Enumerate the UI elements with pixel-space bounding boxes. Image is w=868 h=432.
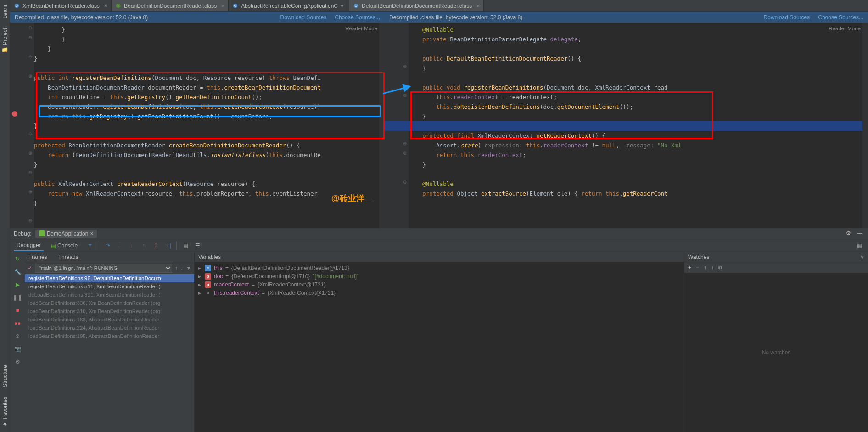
tab-label: DefaultBeanDefinitionDocumentReader.clas…: [362, 3, 472, 9]
stack-frame[interactable]: doLoadBeanDefinitions:391, XmlBeanDefini…: [25, 291, 194, 299]
variable-row[interactable]: ▸∞this.readerContext = {XmlReaderContext…: [195, 289, 684, 297]
choose-sources-link[interactable]: Choose Sources...: [335, 14, 380, 21]
frames-list[interactable]: registerBeanDefinitions:96, DefaultBeanD…: [25, 274, 194, 432]
stack-frame[interactable]: registerBeanDefinitions:511, XmlBeanDefi…: [25, 282, 194, 291]
copy-watch-icon[interactable]: ⧉: [718, 264, 722, 271]
frames-panel: FramesThreads ✓ "main"@1 in gr..."main":…: [25, 252, 195, 432]
tab-abstractrefreshable[interactable]: CAbstractRefreshableConfigApplicationC▾: [229, 0, 347, 11]
close-icon[interactable]: ×: [104, 3, 107, 9]
tab-label: BeanDefinitionDocumentReader.class: [124, 3, 217, 9]
threads-header[interactable]: Threads: [58, 254, 78, 260]
fold-icon[interactable]: ⊕: [28, 74, 33, 79]
run-config-tab[interactable]: DemoApplication ×: [35, 230, 97, 238]
debug-titlebar: Debug: DemoApplication × ⚙ —: [10, 228, 868, 239]
infobar-left: Decompiled .class file, bytecode version…: [10, 12, 385, 23]
close-icon[interactable]: ×: [221, 3, 224, 9]
step-out-icon[interactable]: ↑: [139, 241, 149, 251]
force-step-into-icon[interactable]: ↓: [127, 241, 137, 251]
decompiled-msg: Decompiled .class file, bytecode version…: [389, 14, 522, 21]
stack-frame[interactable]: loadBeanDefinitions:338, XmlBeanDefiniti…: [25, 299, 194, 307]
sidebar-favorites[interactable]: ★Favorites: [1, 392, 9, 432]
stack-frame[interactable]: loadBeanDefinitions:188, AbstractBeanDef…: [25, 315, 194, 324]
breakpoint-icon[interactable]: [12, 111, 17, 117]
chevron-down-icon[interactable]: ▾: [341, 3, 343, 9]
fold-icon[interactable]: ⊖: [28, 219, 33, 223]
variable-row[interactable]: ▸≡this = {DefaultBeanDefinitionDocumentR…: [195, 264, 684, 272]
resume-icon[interactable]: ▶: [13, 281, 22, 289]
fold-icon[interactable]: ⊕: [403, 151, 407, 156]
gutter[interactable]: ⊖ ⊖ ⊖ ⊕ ⊖ ⊕ ⊖ ⊕ ⊖: [10, 23, 34, 228]
debug-title-label: Debug:: [14, 230, 32, 237]
variable-row[interactable]: ▸preaderContext = {XmlReaderContext@1721…: [195, 281, 684, 289]
fold-icon[interactable]: ⊖: [28, 26, 33, 30]
remove-watch-icon[interactable]: −: [696, 264, 699, 271]
stack-frame[interactable]: loadBeanDefinitions:224, AbstractBeanDef…: [25, 324, 194, 332]
rerun-icon[interactable]: ↻: [13, 255, 22, 263]
variables-header: Variables: [198, 254, 221, 260]
code-content-left[interactable]: } } } } public int registerBeanDefinitio…: [34, 25, 377, 228]
fold-icon[interactable]: ⊖: [403, 64, 407, 69]
close-icon[interactable]: ×: [476, 3, 480, 9]
fold-icon[interactable]: ⊕: [28, 190, 33, 194]
run-to-cursor-icon[interactable]: →|: [162, 241, 173, 251]
dump-icon[interactable]: 📷: [13, 345, 22, 353]
editor-left[interactable]: Reader Mode ⊖ ⊖ ⊖ ⊕ ⊖ ⊕ ⊖ ⊕ ⊖ } } } } pu…: [10, 23, 385, 228]
fold-icon[interactable]: ⊖: [28, 55, 33, 59]
fold-icon[interactable]: ⊖: [403, 141, 407, 146]
pause-icon[interactable]: ❚❚: [13, 293, 22, 302]
stack-frame[interactable]: loadBeanDefinitions:195, AbstractBeanDef…: [25, 332, 194, 340]
var-icon: ∞: [205, 290, 211, 296]
fold-icon[interactable]: ⊖: [28, 35, 33, 40]
up-icon[interactable]: ↑: [704, 264, 706, 271]
download-sources-link[interactable]: Download Sources: [764, 14, 810, 21]
add-watch-icon[interactable]: +: [688, 264, 691, 271]
debugger-tab[interactable]: Debugger: [14, 240, 44, 251]
variables-list[interactable]: ▸≡this = {DefaultBeanDefinitionDocumentR…: [195, 262, 684, 432]
thread-select[interactable]: "main"@1 in gr..."main": RUNNING: [35, 264, 172, 273]
fold-icon[interactable]: ⊖: [28, 170, 33, 175]
layout-icon[interactable]: ▦: [854, 241, 864, 251]
gear-icon[interactable]: ⚙: [846, 230, 853, 237]
download-sources-link[interactable]: Download Sources: [280, 14, 327, 21]
chevron-down-icon[interactable]: ∨: [860, 254, 864, 260]
var-icon: p: [205, 281, 211, 288]
close-icon[interactable]: ×: [90, 230, 93, 237]
choose-sources-link[interactable]: Choose Sources...: [818, 14, 863, 21]
sidebar-project[interactable]: 📁Project: [1, 23, 9, 58]
step-into-icon[interactable]: ↓: [115, 241, 125, 251]
stop-icon[interactable]: ■: [13, 306, 22, 314]
tab-defaultbeandefdocreader[interactable]: CDefaultBeanDefinitionDocumentReader.cla…: [349, 0, 484, 11]
fold-icon[interactable]: ⊖: [28, 132, 33, 136]
watches-header: Watches: [688, 254, 709, 260]
code-content-right[interactable]: @Nullable private BeanDefinitionParserDe…: [409, 25, 861, 228]
tab-beandefdocreader[interactable]: IBeanDefinitionDocumentReader.class×: [112, 0, 229, 11]
sidebar-structure[interactable]: Structure: [1, 360, 9, 392]
step-over-icon[interactable]: ↷: [103, 241, 113, 251]
minimize-icon[interactable]: —: [857, 230, 864, 237]
stack-frame[interactable]: loadBeanDefinitions:310, XmlBeanDefiniti…: [25, 307, 194, 315]
scrollbar[interactable]: [379, 23, 385, 228]
tab-xmlbeandefreader[interactable]: CXmlBeanDefinitionReader.class×: [10, 0, 112, 11]
fold-icon[interactable]: ⊖: [403, 180, 407, 185]
console-tab[interactable]: ▤ Console: [48, 241, 80, 251]
filter-icon[interactable]: ▼: [186, 265, 191, 271]
threads-icon[interactable]: ≡: [85, 241, 95, 251]
trace-icon[interactable]: ☰: [192, 241, 202, 251]
modify-icon[interactable]: 🔧: [13, 268, 22, 276]
settings-icon[interactable]: ⚙: [13, 358, 22, 366]
editor-right[interactable]: Reader Mode ⊖ ⊕ ⊖ ⊕ ⊖ @Nullable private …: [385, 23, 868, 228]
debug-toolwindow: Debug: DemoApplication × ⚙ — Debugger ▤ …: [10, 228, 868, 432]
mute-bp-icon[interactable]: ⊘: [13, 332, 22, 340]
sidebar-learn[interactable]: Learn: [1, 0, 9, 23]
drop-frame-icon[interactable]: ⤴: [151, 241, 161, 251]
fold-icon[interactable]: ⊕: [403, 93, 407, 98]
evaluate-icon[interactable]: ▦: [180, 241, 190, 251]
breakpoints-icon[interactable]: ●●: [13, 319, 22, 327]
prev-frame-icon[interactable]: ↑: [175, 265, 178, 271]
next-frame-icon[interactable]: ↓: [180, 265, 183, 271]
stack-frame[interactable]: registerBeanDefinitions:96, DefaultBeanD…: [25, 274, 194, 282]
scrollbar[interactable]: [862, 23, 868, 228]
fold-icon[interactable]: ⊕: [28, 151, 33, 156]
variable-row[interactable]: ▸pdoc = {DeferredDocumentImpl@1710} "[#d…: [195, 272, 684, 281]
down-icon[interactable]: ↓: [711, 264, 714, 271]
